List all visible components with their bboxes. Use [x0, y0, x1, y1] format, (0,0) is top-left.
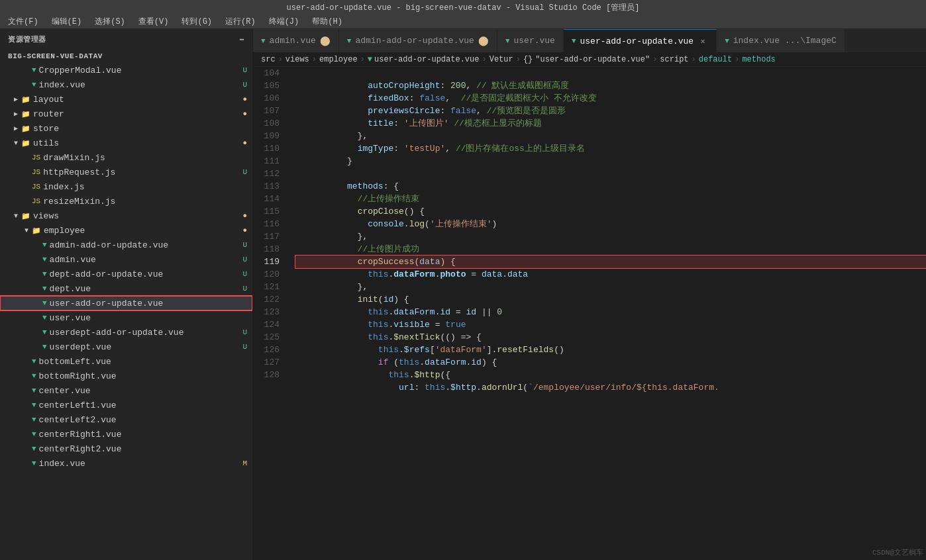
breadcrumb-views[interactable]: views: [285, 55, 309, 64]
code-line-128: url: this.$http.adornUrl(`/employee/user…: [295, 369, 926, 381]
code-line-120: },: [295, 268, 926, 281]
menu-item-e[interactable]: 编辑(E): [46, 15, 87, 28]
tab-user-add-or-update[interactable]: ▼ user-add-or-update.vue ✕: [564, 29, 717, 52]
tab-index-vue[interactable]: ▼ index.vue ...\ImageC: [717, 29, 845, 52]
sidebar-item-centerright1[interactable]: ▼ centerRight1.vue: [0, 427, 252, 442]
code-line-107: title: '上传图片' //模态框上显示的标题: [295, 105, 926, 117]
tree-label: drawMixin.js: [43, 153, 247, 163]
tab-modified-indicator: ⬤: [478, 35, 489, 46]
sidebar-item-admin-add-or-update[interactable]: ▼ admin-add-or-update.vue U: [0, 238, 252, 252]
menu-item-r[interactable]: 运行(R): [220, 15, 261, 28]
ln-108: 108: [253, 117, 280, 130]
sidebar-item-employee[interactable]: ▼ 📁 employee ●: [0, 223, 252, 238]
vue-icon: ▼: [32, 81, 36, 89]
ln-117: 117: [253, 230, 280, 243]
sidebar-item-utils[interactable]: ▼ 📁 utils ●: [0, 136, 252, 150]
tab-admin-add-or-update[interactable]: ▼ admin-add-or-update.vue ⬤: [339, 29, 497, 52]
sidebar-item-index-js[interactable]: JS index.js: [0, 179, 252, 194]
tree-label: admin-add-or-update.vue: [50, 240, 243, 250]
sidebar-item-user-vue[interactable]: ▼ user.vue: [0, 310, 252, 325]
breadcrumb-file[interactable]: ▼ user-add-or-update.vue: [368, 55, 480, 64]
sidebar-item-httprequest[interactable]: JS httpRequest.js U: [0, 165, 252, 179]
vue-icon: ▼: [32, 430, 36, 438]
sidebar-item-views[interactable]: ▼ 📁 views ●: [0, 209, 252, 223]
tree-label: store: [33, 124, 247, 134]
breadcrumb-vetur[interactable]: Vetur: [489, 55, 513, 64]
code-line-121: init(id) {: [295, 281, 926, 293]
code-line-124: this.$nextTick(() => {: [295, 318, 926, 331]
menu-item-f[interactable]: 文件(F): [3, 15, 44, 28]
sidebar-item-resizemixin[interactable]: JS resizeMixin.js: [0, 194, 252, 209]
ln-105: 105: [253, 79, 280, 92]
vue-icon: ▼: [32, 357, 36, 365]
breadcrumb-default[interactable]: default: [699, 55, 732, 64]
tree-badge: U: [242, 241, 247, 249]
tree-label: bottomLeft.vue: [39, 357, 247, 367]
sidebar-item-bottomright[interactable]: ▼ bottomRight.vue: [0, 369, 252, 383]
sidebar-item-user-add-or-update[interactable]: ▼ user-add-or-update.vue: [0, 296, 252, 310]
sidebar-item-center[interactable]: ▼ center.vue: [0, 383, 252, 398]
tree-badge: M: [242, 459, 247, 467]
new-file-icon[interactable]: ⋯: [240, 35, 244, 44]
sidebar-item-drawmixin[interactable]: JS drawMixin.js: [0, 150, 252, 165]
breadcrumb-employee[interactable]: employee: [319, 55, 358, 64]
code-line-110: }: [295, 142, 926, 155]
tree-label: centerRight2.vue: [39, 444, 247, 454]
sidebar-item-layout[interactable]: ▶ 📁 layout ●: [0, 92, 252, 107]
tab-close-button[interactable]: ✕: [697, 36, 708, 46]
tree-label: views: [33, 211, 242, 221]
code-editor[interactable]: 104 105 106 107 108 109 110 111 112 113 …: [253, 67, 926, 560]
tree-badge: ●: [242, 212, 247, 220]
main-layout: 资源管理器 ⋯ BIG-SCREEN-VUE-DATAV ▼ CropperMo…: [0, 29, 926, 560]
sidebar-item-croppermodal[interactable]: ▼ CropperModal.vue U: [0, 63, 252, 77]
tree-badge: U: [242, 81, 247, 89]
sidebar-item-centerleft1[interactable]: ▼ centerLeft1.vue: [0, 398, 252, 412]
menu-item-g[interactable]: 转到(G): [176, 15, 217, 28]
menu-item-h[interactable]: 帮助(H): [307, 15, 348, 28]
breadcrumb-methods[interactable]: methods: [742, 55, 775, 64]
sidebar-item-userdept-vue[interactable]: ▼ userdept.vue U: [0, 340, 252, 354]
sidebar-item-dept-add-or-update[interactable]: ▼ dept-add-or-update.vue U: [0, 267, 252, 281]
breadcrumb-src[interactable]: src: [261, 55, 276, 64]
sidebar-item-index-vue-1[interactable]: ▼ index.vue U: [0, 77, 252, 92]
menu-item-v[interactable]: 查看(V): [133, 15, 174, 28]
tree-badge: ●: [242, 226, 247, 234]
tree-label: resizeMixin.js: [43, 197, 247, 207]
js-icon: JS: [32, 183, 40, 191]
menu-item-j[interactable]: 终端(J): [264, 15, 305, 28]
tree-label: user.vue: [50, 313, 247, 323]
tree-label: dept.vue: [50, 284, 243, 294]
menu-bar: 文件(F)编辑(E)选择(S)查看(V)转到(G)运行(R)终端(J)帮助(H): [0, 15, 926, 29]
code-line-111: [295, 155, 926, 167]
sidebar-item-centerleft2[interactable]: ▼ centerLeft2.vue: [0, 412, 252, 427]
sidebar-item-bottomleft[interactable]: ▼ bottomLeft.vue: [0, 354, 252, 369]
vue-icon: ▼: [32, 387, 36, 395]
sidebar-item-dept-vue[interactable]: ▼ dept.vue U: [0, 281, 252, 296]
sidebar-item-store[interactable]: ▶ 📁 store: [0, 121, 252, 136]
vue-icon: ▼: [32, 401, 36, 409]
tree-label: dept-add-or-update.vue: [50, 269, 243, 279]
tab-label: user-add-or-update.vue: [580, 36, 694, 46]
sidebar-item-router[interactable]: ▶ 📁 router ●: [0, 107, 252, 121]
sidebar-item-admin-vue[interactable]: ▼ admin.vue U: [0, 252, 252, 267]
tab-label: index.vue ...\ImageC: [733, 36, 837, 46]
breadcrumb-braces[interactable]: {}: [523, 55, 533, 64]
menu-item-s[interactable]: 选择(S): [89, 15, 130, 28]
sidebar-item-userdept-add-or-update[interactable]: ▼ userdept-add-or-update.vue U: [0, 325, 252, 340]
code-line-115: console.log('上传操作结束'): [295, 205, 926, 218]
tree-label: center.vue: [39, 386, 247, 396]
ln-127: 127: [253, 356, 280, 369]
sidebar-item-index-vue-2[interactable]: ▼ index.vue M: [0, 456, 252, 471]
title-bar: user-add-or-update.vue - big-screen-vue-…: [0, 0, 926, 15]
code-line-117: //上传图片成功: [295, 230, 926, 243]
tab-user-vue[interactable]: ▼ user.vue: [497, 29, 564, 52]
code-line-114: cropClose() {: [295, 193, 926, 205]
tab-admin-vue[interactable]: ▼ admin.vue ⬤: [253, 29, 339, 52]
vue-icon: ▼: [32, 66, 36, 74]
breadcrumb-script[interactable]: script: [660, 55, 688, 64]
sidebar-item-centerright2[interactable]: ▼ centerRight2.vue: [0, 442, 252, 456]
tree-arrow: ▶: [11, 95, 21, 103]
tree-badge: ●: [242, 95, 247, 103]
tree-badge: ●: [242, 110, 247, 118]
tree-label: bottomRight.vue: [39, 371, 247, 381]
